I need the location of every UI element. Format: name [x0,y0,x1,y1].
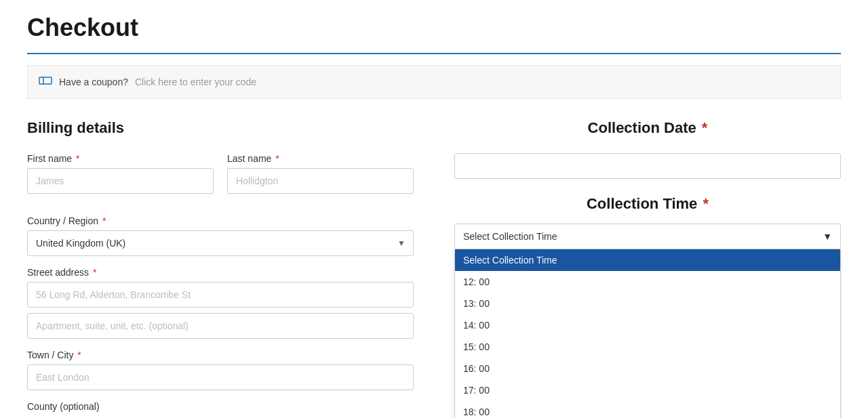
apartment-input[interactable] [27,313,414,339]
collection-time-title: Collection Time * [454,195,841,213]
collection-time-trigger[interactable]: Select Collection Time ▼ [454,224,841,249]
collection-time-dropdown-list: Select Collection Time 12: 00 13: 00 14:… [454,249,841,418]
coupon-link[interactable]: Click here to enter your code [135,77,256,87]
first-name-group: First name * [27,153,214,194]
country-select[interactable]: United Kingdom (UK) United States (US) C… [27,230,414,256]
first-name-label: First name * [27,153,214,164]
street-address-label: Street address * [27,267,414,278]
town-required: * [75,350,81,360]
coupon-icon [39,74,52,90]
time-option-placeholder[interactable]: Select Collection Time [455,249,840,271]
time-option-1500[interactable]: 15: 00 [455,336,840,358]
street-address-input[interactable] [27,282,414,308]
street-address-group: Street address * [27,267,414,339]
country-label: Country / Region * [27,215,414,226]
town-city-group: Town / City * [27,350,414,390]
collection-date-title: Collection Date * [454,119,841,137]
time-option-1300[interactable]: 13: 00 [455,293,840,314]
name-row: First name * Last name * [27,153,414,205]
country-required: * [100,215,106,226]
time-option-1400[interactable]: 14: 00 [455,314,840,336]
town-city-label: Town / City * [27,350,414,360]
billing-section: Billing details First name * Last name * [27,119,414,418]
first-name-input[interactable] [27,168,214,194]
date-required-star: * [698,119,708,136]
county-label: County (optional) [27,401,414,412]
country-group: Country / Region * United Kingdom (UK) U… [27,215,414,256]
last-name-label: Last name * [227,153,414,164]
time-option-1600[interactable]: 16: 00 [455,358,840,379]
last-name-input[interactable] [227,168,414,194]
street-required: * [90,267,96,278]
collection-section: Collection Date * 15-11-2023 Collection … [454,119,841,249]
coupon-banner: Have a coupon? Click here to enter your … [27,65,841,99]
collection-time-dropdown-container: Select Collection Time ▼ Select Collecti… [454,224,841,249]
billing-section-title: Billing details [27,119,414,137]
time-required-star: * [698,195,709,212]
coupon-text: Have a coupon? [59,77,128,87]
collection-date-input[interactable]: 15-11-2023 [454,153,841,179]
divider [27,53,841,54]
last-name-group: Last name * [227,153,414,194]
svg-rect-0 [39,77,52,84]
collection-time-arrow: ▼ [823,231,832,242]
main-layout: Billing details First name * Last name * [27,119,841,418]
last-name-required: * [273,153,279,164]
county-group: County (optional) [27,401,414,416]
time-option-1700[interactable]: 17: 00 [455,379,840,401]
page-title: Checkout [27,14,841,42]
time-option-1800[interactable]: 18: 00 [455,401,840,418]
town-city-input[interactable] [27,364,414,390]
time-option-1200[interactable]: 12: 00 [455,271,840,293]
country-select-wrapper: United Kingdom (UK) United States (US) C… [27,230,414,256]
first-name-required: * [73,153,79,164]
page-container: Checkout Have a coupon? Click here to en… [0,0,868,418]
collection-time-selected-label: Select Collection Time [463,231,557,242]
